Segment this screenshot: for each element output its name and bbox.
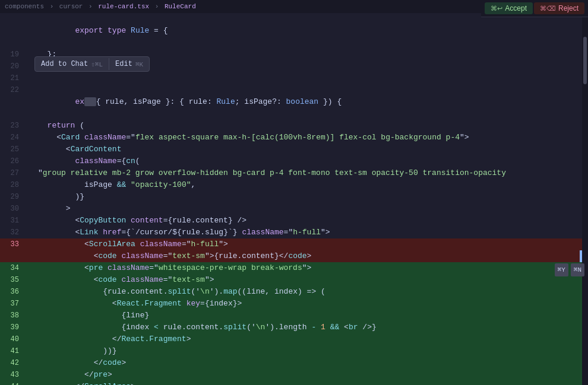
deleted-line-33b: <code className="text-sm">{rule.content}… [0, 250, 588, 262]
code-area: export type Rule = { 19 }; 20 }; 21 22 e [0, 13, 588, 385]
code-line: 25 <CardContent [0, 144, 588, 155]
edit-menu-item[interactable]: Edit ⌘K [109, 57, 149, 71]
deleted-line-33: 33 <ScrollArea className="h-full"> [0, 238, 588, 250]
accept-shortcut: ⌘↩ [491, 5, 502, 12]
added-line-38: 38 {line} [0, 310, 588, 322]
code-line: 22 ex { rule, isPage }: { rule: Rule; is… [0, 84, 588, 120]
code-line: 24 <Card className="flex aspect-square m… [0, 132, 588, 144]
reject-button[interactable]: ⌘⌫ Reject [534, 2, 584, 14]
code-line: 28 isPage && "opacity-100", [0, 179, 588, 191]
added-line-34: 34 <pre className="whitespace-pre-wrap b… [0, 262, 588, 274]
edit-shortcut: ⌘K [135, 61, 143, 68]
scroll-thumb[interactable] [583, 37, 587, 84]
added-line-35: 35 <code className="text-sm"> [0, 274, 588, 286]
editor-container: components › cursor › rule-card.tsx › Ru… [0, 0, 588, 385]
code-line: 29 )} [0, 191, 588, 203]
reject-shortcut: ⌘⌫ [540, 5, 556, 12]
added-line-43: 43 </pre> [0, 369, 588, 381]
context-menu[interactable]: Add to Chat ⇧⌘L Edit ⌘K [34, 56, 150, 72]
added-line-42: 42 </code> [0, 357, 588, 369]
add-to-chat-menu-item[interactable]: Add to Chat ⇧⌘L [35, 57, 109, 71]
edit-label: Edit [115, 60, 132, 68]
added-line-36: 36 {rule.content.split('\n').map((line, … [0, 286, 588, 298]
code-line: 26 className={cn( [0, 155, 588, 167]
code-line: 23 return ( [0, 120, 588, 132]
reject-label: Reject [558, 4, 578, 12]
added-line-41: 41 ))} [0, 345, 588, 357]
accept-reject-bar: ⌘↩ Accept ⌘⌫ Reject [481, 0, 588, 17]
breadcrumb-text: components › cursor › rule-card.tsx › Ru… [5, 3, 196, 10]
added-line-44: 44 </ScrollArea> [0, 381, 588, 385]
yn-y[interactable]: ⌘Y [555, 263, 568, 276]
added-line-40: 40 </React.Fragment> [0, 333, 588, 345]
code-line: 32 <Link href={`/cursor/${rule.slug}`} c… [0, 227, 588, 238]
accept-button[interactable]: ⌘↩ Accept [485, 2, 533, 14]
add-to-chat-shortcut: ⇧⌘L [91, 61, 103, 68]
accept-label: Accept [505, 4, 527, 12]
added-line-39: 39 {index < rule.content.split('\n').len… [0, 322, 588, 333]
code-line: 21 [0, 72, 588, 84]
code-line: 27 "group relative mb-2 grow overflow-hi… [0, 167, 588, 179]
code-line: export type Rule = { [0, 13, 588, 49]
add-to-chat-label: Add to Chat [41, 60, 88, 68]
yn-badge: ⌘Y ⌘N [555, 263, 584, 276]
yn-n[interactable]: ⌘N [571, 263, 584, 276]
added-line-37: 37 <React.Fragment key={index}> [0, 298, 588, 310]
code-line: 30 > [0, 203, 588, 215]
code-line: 31 <CopyButton content={rule.content} /> [0, 215, 588, 227]
scrollbar[interactable] [582, 13, 588, 385]
